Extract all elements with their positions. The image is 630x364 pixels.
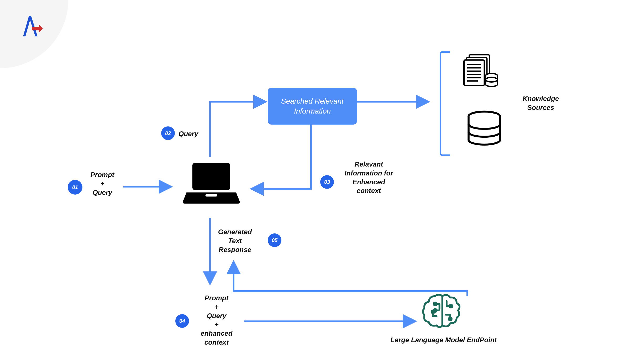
step-badge-01: 01 [68,180,82,195]
step-label-03: Relavant Information for Enhanced contex… [339,160,399,195]
svg-rect-6 [206,194,217,197]
svg-rect-9 [464,60,485,86]
laptop-icon [181,160,242,207]
searched-info-box: Searched Relevant Information [268,88,357,125]
searched-info-text: Searched Relevant Information [281,97,344,115]
svg-point-19 [434,303,437,306]
step-badge-02: 02 [161,126,175,140]
database-icon [465,110,504,148]
step-badge-05: 05 [268,233,281,247]
step-badge-04: 04 [175,314,189,328]
step-num-03: 03 [324,179,330,185]
knowledge-bracket [440,51,450,156]
step-label-01: Prompt + Query [84,170,121,197]
step-label-04: Prompt + Query + enhanced context [194,294,239,347]
svg-point-23 [434,309,437,312]
step-num-05: 05 [272,237,277,243]
svg-point-20 [449,305,452,308]
step-label-02: Query [178,130,198,138]
svg-point-22 [449,318,452,320]
step-num-04: 04 [179,318,185,324]
step-num-01: 01 [72,184,78,190]
knowledge-sources-label: Knowledge Sources [514,94,567,112]
step-label-05: Generated Text Response [213,228,257,254]
documents-db-icon [462,52,501,90]
brain-circuit-icon [420,291,465,331]
llm-endpoint-label: Large Language Model EndPoint [388,336,499,345]
step-badge-03: 03 [320,175,334,189]
step-num-02: 02 [165,130,171,136]
diagram-canvas: 01 Prompt + Query 02 Query Searched Rele… [0,0,630,364]
svg-rect-5 [196,167,227,187]
